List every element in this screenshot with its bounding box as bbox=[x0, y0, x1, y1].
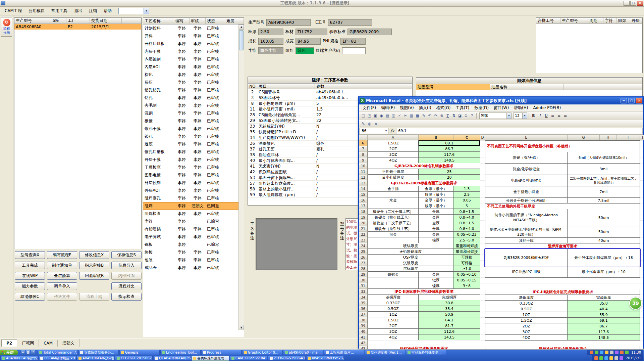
action-button[interactable]: 叠层验算 bbox=[47, 272, 77, 280]
excel-cell-a[interactable]: 镀硬金（二次干膜工艺） bbox=[368, 209, 419, 215]
excel-cell-b[interactable]: 金厚（最小） bbox=[419, 197, 453, 203]
custom-tool-icon[interactable]: ◎ bbox=[367, 121, 373, 127]
menu-item[interactable]: 退出 bbox=[71, 7, 86, 14]
镀孔后磨板[interactable]: 镀孔后磨板 李婷 李婷 已审核 bbox=[143, 148, 244, 156]
excel-cell-a[interactable]: 级标准外层完成铜厚参数要求 bbox=[368, 346, 480, 349]
excel-cell-a[interactable]: IPC-II级标准外层完成铜厚参数要求 bbox=[368, 289, 480, 295]
excel-row-number[interactable]: 9 bbox=[359, 157, 368, 163]
excel-cell-c[interactable]: 0.05~0.10 bbox=[453, 272, 480, 277]
merge-column-header[interactable]: 合拼工号 bbox=[536, 18, 560, 24]
excel-cell-label[interactable]: 基铜厚度 bbox=[485, 295, 568, 301]
excel-row-number[interactable]: 11 bbox=[359, 169, 368, 175]
excel-cell-a[interactable]: 2OZ bbox=[368, 146, 419, 152]
excel-cell-b[interactable]: 金厚 bbox=[419, 220, 453, 226]
excel-cell-b[interactable]: 镍厚 bbox=[419, 237, 453, 243]
model-notes-box[interactable]: 100%的电测试、微外形尺寸）测试。检验：按差检验外2.表面质量 bbox=[345, 218, 359, 270]
钻孔[interactable]: 钻孔 李婷 李婷 已审核 bbox=[143, 94, 244, 102]
excel-row-number[interactable]: 12 bbox=[359, 175, 368, 180]
内层干膜[interactable]: 内层干膜 李婷 李婷 已审核 bbox=[143, 48, 244, 55]
excel-row-number[interactable]: 18 bbox=[359, 209, 368, 215]
flow-indicator-button[interactable]: ↻ 流程指示 bbox=[1, 17, 12, 37]
excel-cell-a[interactable] bbox=[368, 192, 419, 197]
excel-cell-label[interactable]: 1.5OZ bbox=[485, 318, 568, 323]
excel-cell-a[interactable]: 1.5OZ bbox=[368, 317, 419, 323]
excel-cell-a[interactable]: 水金 bbox=[368, 197, 419, 203]
excel-cell-bc[interactable]: 148.5 bbox=[419, 157, 480, 163]
start-button[interactable]: 开始 bbox=[0, 350, 18, 355]
excel-cell-ab[interactable]: 沉锡厚度 bbox=[368, 266, 453, 272]
process-column-header[interactable]: 审核 bbox=[190, 18, 206, 24]
hyperlink-icon[interactable]: ⊕ bbox=[439, 113, 445, 119]
excel-row-number[interactable]: 35 bbox=[359, 300, 368, 306]
excel-cell-c[interactable]: 0.05~0.15 bbox=[453, 277, 480, 283]
excel-row-number[interactable]: 8 bbox=[359, 152, 368, 157]
层压[interactable]: 层压 李婷 李婷 已审核 bbox=[143, 79, 244, 86]
excel-cell-b[interactable]: 金厚（最小） bbox=[419, 186, 453, 192]
excel-cell-b[interactable]: 镍厚（最小） bbox=[419, 203, 453, 209]
italic-icon[interactable]: I bbox=[537, 113, 543, 119]
process-column-header[interactable]: 编写 bbox=[174, 18, 190, 24]
excel-cell-c[interactable]: 0.8~4.0 bbox=[453, 215, 480, 220]
excel-cell-value[interactable]: 7mil bbox=[568, 186, 640, 198]
action-button[interactable]: 制作通知单 bbox=[47, 262, 77, 269]
excel-cell-value[interactable]: 50um bbox=[568, 226, 640, 238]
permission-icon[interactable]: ◉ bbox=[378, 113, 384, 119]
params-column-header[interactable]: NO bbox=[248, 84, 257, 89]
merge-column-header[interactable]: 外层 bbox=[630, 18, 642, 24]
excel-row-number[interactable]: 14 bbox=[359, 186, 368, 192]
终检[interactable]: 终检 李婷 李婷 已审核 bbox=[143, 249, 244, 256]
excel-row-number[interactable]: 24 bbox=[359, 243, 368, 249]
zoom-icon[interactable]: ⊙ bbox=[463, 113, 469, 119]
excel-cell-label[interactable]: 不同表面工艺不同网络开窗焊盘最小间距（补偿后） bbox=[485, 141, 640, 152]
excel-cell-label[interactable]: 级标准外层完成铜厚参数要求 bbox=[485, 346, 640, 349]
excel-cell-label[interactable]: 分段金手指最小分段间距 bbox=[485, 198, 568, 204]
excel-cell-bc[interactable]: 完成铜厚 bbox=[419, 295, 480, 300]
excel-row-number[interactable]: 25 bbox=[359, 249, 368, 255]
excel-cell-value[interactable]: 40um bbox=[568, 238, 640, 243]
excel-cell-label[interactable]: 3OZ bbox=[485, 329, 568, 335]
干膜检查[interactable]: 干膜检查 李婷 李婷 已审核 bbox=[143, 164, 244, 171]
excel-cell-c[interactable]: 2.5~5.0 bbox=[453, 237, 480, 243]
bold-icon[interactable]: B bbox=[530, 113, 537, 119]
excel-row-number[interactable]: 15 bbox=[359, 192, 368, 197]
excel-menu-item[interactable]: 编辑(E) bbox=[379, 104, 397, 111]
excel-cell-c[interactable]: 可焊接 bbox=[453, 255, 480, 260]
bottom-tab[interactable]: CAM bbox=[39, 340, 58, 347]
excel-cell-c[interactable]: 覆盖和可焊接 bbox=[453, 249, 480, 255]
menu-item[interactable]: 注销 bbox=[86, 7, 100, 14]
taskbar-window-button[interactable]: 制作进度表 (Ver:1... bbox=[365, 350, 405, 355]
font-size-combobox[interactable]: 12 ▾ bbox=[513, 112, 527, 119]
excel-cell-label[interactable]: IPC-II级/IPC-III级 bbox=[485, 266, 568, 278]
excel-cell-bc[interactable]: 25 bbox=[419, 169, 480, 175]
sort-asc-icon[interactable]: ⇅ bbox=[451, 113, 457, 119]
excel-row-number[interactable]: 6 bbox=[359, 140, 368, 146]
font-name-combobox[interactable]: 宋体 ▾ bbox=[479, 112, 512, 119]
excel-cell-c[interactable]: 1.3 bbox=[453, 186, 480, 192]
green-tray-icon[interactable] bbox=[594, 356, 598, 360]
network-icon[interactable] bbox=[605, 351, 608, 354]
taskbar-window-button[interactable]: Progress bbox=[201, 350, 241, 355]
阻焊塞孔[interactable]: 阻焊塞孔 李婷 李婷 已审核 bbox=[143, 194, 244, 202]
copy-icon[interactable]: ▥ bbox=[409, 113, 415, 119]
excel-cell-value[interactable]: 40.4 bbox=[568, 306, 640, 312]
drawing-icon[interactable]: ✎ bbox=[360, 121, 366, 127]
excel-cell-b[interactable]: 金厚 bbox=[419, 209, 453, 215]
params-row[interactable]: 2 CS面菲林号 ab49k06fa0.t... bbox=[248, 89, 412, 95]
excel-cell-c[interactable]: ≥1.0 bbox=[453, 266, 480, 272]
excel-cell-label[interactable]: 1OZ bbox=[485, 312, 568, 318]
开料[interactable]: 开料 李婷 李婷 已审核 bbox=[143, 32, 244, 40]
formula-input[interactable]: 69.1 bbox=[396, 128, 643, 134]
ink-column-header[interactable] bbox=[564, 84, 642, 90]
excel-row-number[interactable]: 38 bbox=[359, 317, 368, 323]
excel-restore-button[interactable]: ▢ bbox=[628, 98, 635, 103]
外层蚀刻[interactable]: 外层蚀刻 李婷 李婷 已审核 bbox=[143, 179, 244, 187]
excel-cell-c[interactable]: 0.8~1.5 bbox=[453, 220, 480, 226]
excel-cell-a[interactable]: 2OZ bbox=[368, 323, 419, 329]
外层AOI[interactable]: 外层AOI 李婷 李婷 已审核 bbox=[143, 187, 244, 194]
excel-cell-a[interactable]: 0.5OZ bbox=[368, 306, 419, 312]
excel-row-number[interactable]: 37 bbox=[359, 312, 368, 317]
开料后烘板[interactable]: 开料后烘板 李婷 李婷 已审核 bbox=[143, 40, 244, 48]
excel-cell-label[interactable]: 不同工艺使用的外层干膜厚度 bbox=[485, 204, 640, 209]
merge-column-header[interactable]: 字符 bbox=[603, 18, 617, 24]
excel-menu-item[interactable]: 格式(O) bbox=[434, 104, 453, 111]
